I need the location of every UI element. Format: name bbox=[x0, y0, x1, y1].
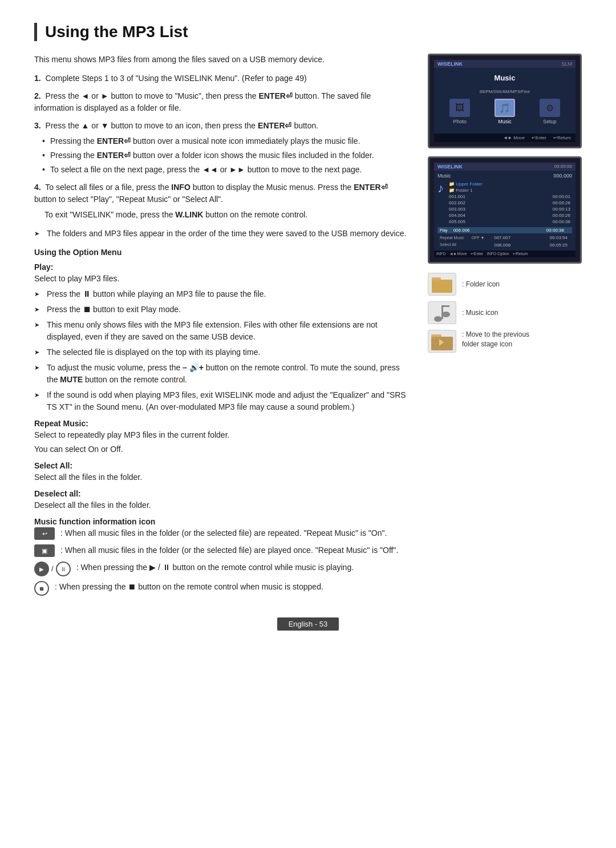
steps-list: 1. Complete Steps 1 to 3 of "Using the W… bbox=[34, 72, 411, 221]
page-footer: English - 53 bbox=[34, 617, 582, 631]
step-3-num: 3. bbox=[34, 121, 41, 130]
svg-rect-5 bbox=[441, 305, 449, 307]
page-title-section: Using the MP3 List bbox=[34, 23, 582, 41]
folder-svg bbox=[432, 276, 452, 293]
tv2-title: Music bbox=[437, 173, 451, 179]
step-1: 1. Complete Steps 1 to 3 of "Using the W… bbox=[34, 72, 411, 84]
tv2-nav-move: ◄►Move bbox=[449, 252, 467, 256]
tv1-nav-enter: ↵Enter bbox=[532, 135, 546, 140]
tv2-file-7: 007.00700:03:54 bbox=[492, 235, 570, 240]
tv2-select-all: Select All bbox=[440, 243, 456, 248]
tv2-brand: WISELINK bbox=[437, 164, 463, 169]
tv1-setup-icon: ⚙ Setup bbox=[540, 99, 560, 124]
music-svg bbox=[433, 303, 451, 322]
arrow-list: The folders and MP3 files appear in the … bbox=[34, 228, 411, 240]
step-2: 2. Press the ◄ or ► button to move to "M… bbox=[34, 90, 411, 114]
svg-point-6 bbox=[442, 312, 450, 317]
music-icon-desc: : Music icon bbox=[428, 301, 582, 324]
func-icon-1-text: : When all music files in the folder (or… bbox=[60, 527, 387, 539]
func-icon-pause: ⏸ bbox=[56, 562, 71, 576]
prev-folder-svg bbox=[431, 332, 453, 350]
tv2-repeat-label: Repeat Music bbox=[440, 236, 464, 240]
select-all-heading: Select All: bbox=[34, 461, 411, 470]
left-column: This menu shows MP3 files from among the… bbox=[34, 54, 411, 600]
svg-point-3 bbox=[434, 316, 442, 322]
intro-text: This menu shows MP3 files from among the… bbox=[34, 54, 411, 66]
tv2-select-bar: Select All 008.00800:05:25 bbox=[437, 242, 572, 248]
step-1-text: Complete Steps 1 to 3 of "Using the WISE… bbox=[46, 74, 307, 83]
folder-icon-desc: : Folder icon bbox=[428, 273, 582, 296]
tv2-file-8: 008.00800:05:25 bbox=[492, 243, 570, 248]
svg-rect-2 bbox=[432, 280, 452, 293]
option-menu-heading: Using the Option Menu bbox=[34, 248, 411, 257]
func-icon-stop: ⏹ bbox=[34, 581, 49, 596]
tv2-play-label: Play bbox=[440, 228, 448, 232]
tv2-file-1: 001.00100:00:01 bbox=[447, 193, 572, 200]
play-arrows: Press the ⏸ button while playing an MP3 … bbox=[34, 288, 411, 413]
func-icon-repeat-off: ▣ bbox=[34, 544, 55, 557]
deselect-all-text: Deselect all the files in the folder. bbox=[34, 499, 411, 511]
tv1-nav-bar: ◄► Move ↵Enter ↩Return bbox=[434, 134, 576, 142]
func-icon-row-3: ▶ / ⏸ : When pressing the ▶ / ⏸ button o… bbox=[34, 562, 411, 576]
play-arrow-5: To adjust the music volume, press the – … bbox=[34, 362, 411, 386]
repeat-music-text2: You can select On or Off. bbox=[34, 443, 411, 455]
tv2-folder-list: 📁 Upper Folder 📁 Folder 1 001.00100:00:0… bbox=[447, 181, 572, 225]
tv2-play-bar: Play 006.00600:00:38 bbox=[437, 227, 572, 233]
music-icon-box bbox=[428, 301, 456, 324]
func-icon-repeat-on: ↩ bbox=[34, 527, 55, 540]
tv2-repeat-off: OFF ▼ bbox=[472, 236, 485, 240]
func-icon-row-4: ⏹ : When pressing the ⏹ button on the re… bbox=[34, 581, 411, 596]
prev-folder-icon-label: : Move to the previousfolder stage icon bbox=[462, 330, 529, 349]
step-4-text: To select all files or a file, press the… bbox=[34, 183, 388, 204]
tv1-content: Music 88/FM/SW/AM/MP3/Fine 🖼 Photo 🎵 Mus… bbox=[434, 68, 576, 134]
tv1-photo-icon: 🖼 Photo bbox=[449, 99, 470, 124]
select-all-text: Select all the files in the folder. bbox=[34, 471, 411, 483]
main-layout: This menu shows MP3 files from among the… bbox=[34, 54, 582, 600]
prev-folder-icon-box bbox=[428, 330, 456, 353]
tv1-model: SLM bbox=[561, 61, 572, 67]
tv2-nav-option: INFO Option bbox=[487, 252, 509, 256]
tv2-file-3: 003.00300:00:13 bbox=[447, 206, 572, 212]
tv2-file-2: 002.00200:00:28 bbox=[447, 200, 572, 206]
right-column: WISELINK SLM Music 88/FM/SW/AM/MP3/Fine … bbox=[428, 54, 582, 600]
tv2-folder-1: 📁 Folder 1 bbox=[447, 187, 572, 193]
tv1-icons-row: 🖼 Photo 🎵 Music ⚙ Setup bbox=[437, 99, 572, 124]
tv1-nav-return: ↩Return bbox=[553, 135, 571, 140]
tv1-setup-label: Setup bbox=[543, 119, 557, 124]
tv2-file-4: 004.00400:00:26 bbox=[447, 212, 572, 219]
arrow-item-1: The folders and MP3 files appear in the … bbox=[34, 228, 411, 240]
tv2-brand-bar: WISELINK 00:00:00 bbox=[434, 163, 576, 171]
tv1-nav-move: ◄► Move bbox=[503, 135, 525, 140]
setup-icon: ⚙ bbox=[540, 99, 560, 117]
page-footer-badge: English - 53 bbox=[277, 617, 339, 631]
tv1-music-icon: 🎵 Music bbox=[495, 99, 515, 124]
func-icons-heading: Music function information icon bbox=[34, 517, 411, 526]
play-arrow-1: Press the ⏸ button while playing an MP3 … bbox=[34, 288, 411, 300]
func-icon-row-1: ↩ : When all music files in the folder (… bbox=[34, 527, 411, 540]
step-4-subtext: To exit "WISELINK" mode, press the W.LIN… bbox=[44, 209, 411, 221]
tv2-upper-folder: 📁 Upper Folder bbox=[447, 181, 572, 187]
tv-screen-2: WISELINK 00:00:00 Music 000.000 ♪ 📁 Uppe… bbox=[428, 156, 582, 264]
step-2-num: 2. bbox=[34, 91, 41, 100]
step-3-bullet-2: Pressing the ENTER⏎ button over a folder… bbox=[42, 150, 411, 161]
tv1-photo-label: Photo bbox=[453, 119, 467, 124]
play-arrow-2: Press the ⏹ button to exit Play mode. bbox=[34, 304, 411, 316]
step-3-bullet-3: To select a file on the next page, press… bbox=[42, 164, 411, 176]
step-3-text: Press the ▲ or ▼ button to move to an ic… bbox=[46, 121, 319, 130]
repeat-music-heading: Repeat Music: bbox=[34, 419, 411, 428]
step-4-num: 4. bbox=[34, 183, 41, 192]
music-icon: 🎵 bbox=[495, 99, 515, 117]
func-icon-2-text: : When all music files in the folder (or… bbox=[60, 544, 398, 556]
tv2-file-5: 005.00500:00:38 bbox=[447, 219, 572, 225]
tv2-content: Music 000.000 ♪ 📁 Upper Folder 📁 Folder … bbox=[434, 171, 576, 251]
step-4: 4. To select all files or a file, press … bbox=[34, 181, 411, 221]
prev-folder-icon-desc: : Move to the previousfolder stage icon bbox=[428, 330, 582, 353]
tv1-brand-bar: WISELINK SLM bbox=[434, 60, 576, 68]
repeat-music-text: Select to repeatedly play MP3 files in t… bbox=[34, 429, 411, 441]
page-title: Using the MP3 List bbox=[45, 23, 582, 41]
tv2-nav-bar: INFO ◄►Move ↵Enter INFO Option ↩Return bbox=[434, 251, 576, 257]
tv2-counter: 000.000 bbox=[553, 173, 572, 179]
func-icon-4-text: : When pressing the ⏹ button on the remo… bbox=[55, 581, 323, 593]
tv2-nav-info: INFO bbox=[436, 252, 446, 256]
tv1-music-label: Music bbox=[498, 119, 512, 124]
